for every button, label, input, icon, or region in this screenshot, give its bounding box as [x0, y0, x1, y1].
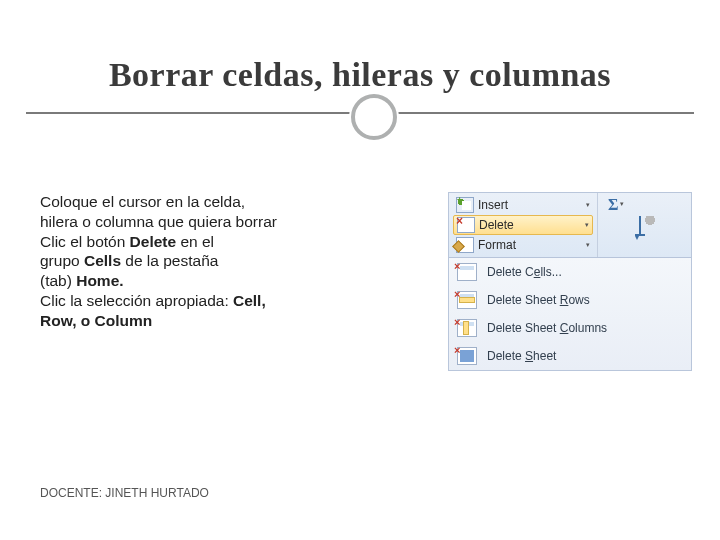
menu-label: Delete Sheet Rows	[487, 293, 590, 307]
body-line: (tab)	[40, 272, 76, 289]
menu-label: Delete Sheet Columns	[487, 321, 607, 335]
slide: Borrar celdas, hileras y columnas Coloqu…	[0, 0, 720, 540]
dropdown-icon: ▾	[620, 200, 624, 208]
insert-icon	[456, 197, 474, 213]
body-bold: Delete	[130, 233, 177, 250]
ribbon-cells-group: Insert ▾ Delete ▾ Format ▾	[449, 193, 598, 257]
slide-title: Borrar celdas, hileras y columnas	[0, 56, 720, 94]
delete-rows-icon: ×	[457, 291, 477, 309]
body-line: Clic la selección apropiada:	[40, 292, 233, 309]
body-bold: Cell,	[233, 292, 266, 309]
delete-button[interactable]: Delete ▾	[453, 215, 593, 235]
delete-cols-icon: ×	[457, 319, 477, 337]
insert-button[interactable]: Insert ▾	[453, 196, 593, 214]
format-label: Format	[478, 238, 516, 252]
delete-label: Delete	[479, 218, 514, 232]
body-line: Clic el botón	[40, 233, 130, 250]
title-ring-ornament	[351, 94, 397, 140]
menu-delete-cells[interactable]: × Delete Cells...	[449, 258, 691, 286]
body-line: de la pestaña	[121, 252, 218, 269]
menu-label: Delete Sheet	[487, 349, 556, 363]
sort-filter-icon[interactable]	[635, 216, 655, 244]
title-wrap: Borrar celdas, hileras y columnas	[0, 56, 720, 94]
delete-dropdown-menu: × Delete Cells... × Delete Sheet Rows × …	[449, 257, 691, 370]
insert-label: Insert	[478, 198, 508, 212]
body-line: en el	[176, 233, 214, 250]
body-bold: Row, o Column	[40, 312, 152, 329]
dropdown-icon: ▾	[585, 221, 589, 229]
body-line: Coloque el cursor en la celda,	[40, 193, 245, 210]
delete-cells-icon: ×	[457, 263, 477, 281]
ribbon-editing-group: Σ ▾	[598, 193, 691, 257]
ribbon-cells-stack: Insert ▾ Delete ▾ Format ▾	[453, 196, 593, 254]
dropdown-icon: ▾	[586, 241, 590, 249]
body-line: hilera o columna que quiera borrar	[40, 213, 277, 230]
format-icon	[456, 237, 474, 253]
dropdown-icon: ▾	[586, 201, 590, 209]
body-bold: Cells	[84, 252, 121, 269]
delete-sheet-icon: ×	[457, 347, 477, 365]
ribbon-top-row: Insert ▾ Delete ▾ Format ▾	[449, 193, 691, 257]
menu-delete-sheet[interactable]: × Delete Sheet	[449, 342, 691, 370]
body-line: grupo	[40, 252, 84, 269]
format-button[interactable]: Format ▾	[453, 236, 593, 254]
sigma-icon: Σ	[602, 196, 618, 214]
excel-ribbon-fragment: Insert ▾ Delete ▾ Format ▾	[448, 192, 692, 371]
autosum-button[interactable]: Σ ▾	[602, 196, 687, 214]
menu-delete-sheet-columns[interactable]: × Delete Sheet Columns	[449, 314, 691, 342]
body-bold: Home.	[76, 272, 123, 289]
menu-label: Delete Cells...	[487, 265, 562, 279]
slide-footer: DOCENTE: JINETH HURTADO	[40, 486, 209, 500]
delete-icon	[457, 217, 475, 233]
menu-delete-sheet-rows[interactable]: × Delete Sheet Rows	[449, 286, 691, 314]
body-text: Coloque el cursor en la celda, hilera o …	[40, 192, 350, 331]
